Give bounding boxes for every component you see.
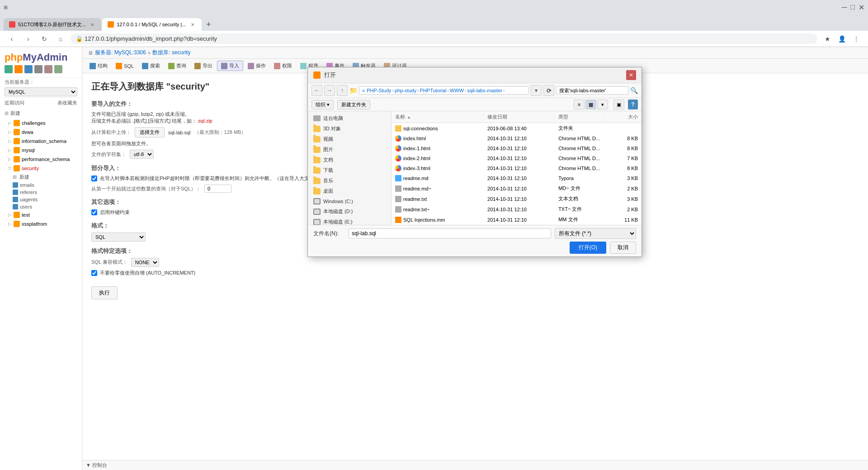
toolbar-operate[interactable]: 操作 bbox=[244, 61, 269, 71]
menu-btn[interactable]: ⋮ bbox=[850, 33, 863, 45]
dialog-up-btn[interactable]: ↑ bbox=[337, 85, 348, 96]
breadcrumb-server[interactable]: 服务器: MySQL:3306 bbox=[95, 49, 146, 57]
breadcrumb-database[interactable]: 数据库: security bbox=[152, 49, 190, 57]
left-downloads[interactable]: 下载 bbox=[308, 165, 391, 176]
dialog-search-input[interactable] bbox=[556, 86, 628, 95]
db-xssplatfrom[interactable]: ▷ xssplatfrom bbox=[0, 219, 82, 228]
col-size-header[interactable]: 大小 bbox=[605, 112, 642, 122]
forward-btn[interactable]: › bbox=[22, 33, 34, 45]
table-uagents[interactable]: uagents bbox=[0, 196, 82, 203]
file-row-readme-md[interactable]: readme.md 2014-10-31 12:10 Typora 3 KB bbox=[392, 173, 642, 183]
file-row-index3-html[interactable]: index-3.html 2014-10-31 12:10 Chrome HTM… bbox=[392, 163, 642, 173]
info-icon[interactable] bbox=[24, 65, 33, 73]
query-skip-input[interactable] bbox=[204, 185, 231, 193]
file-row-readme-txt-tilde[interactable]: readme.txt~ 2014-10-31 12:10 TXT~ 文件 2 K… bbox=[392, 204, 642, 214]
dialog-close-btn[interactable]: ✕ bbox=[626, 70, 636, 80]
new-folder-btn[interactable]: 新建文件夹 bbox=[337, 100, 370, 109]
dialog-search-icon[interactable]: 🔍 bbox=[630, 87, 638, 94]
auto-increment-checkbox[interactable] bbox=[91, 270, 97, 276]
bookmark-btn[interactable]: ★ bbox=[821, 33, 834, 45]
view-list-btn[interactable]: ≡ bbox=[574, 100, 585, 109]
left-pictures[interactable]: 图片 bbox=[308, 144, 391, 155]
table-users[interactable]: users bbox=[0, 203, 82, 210]
db-test[interactable]: ▷ test bbox=[0, 210, 82, 219]
left-windows-c[interactable]: Windows (C:) bbox=[308, 196, 391, 206]
file-row-sql-connections[interactable]: sql-connections 2019-06-08 13:40 文件夹 bbox=[392, 123, 642, 133]
dialog-back-btn[interactable]: ← bbox=[311, 85, 322, 96]
left-drive-d[interactable]: 本地磁盘 (D:) bbox=[308, 206, 391, 217]
cancel-btn[interactable]: 取消 bbox=[610, 242, 636, 254]
db-security[interactable]: ▽ security bbox=[0, 164, 82, 173]
fav-link[interactable]: 表收藏夹 bbox=[57, 100, 77, 106]
tab1-close[interactable]: ✕ bbox=[89, 21, 96, 28]
server-select[interactable]: MySQL bbox=[5, 87, 77, 96]
home-icon[interactable] bbox=[5, 65, 13, 73]
dialog-refresh-btn[interactable]: ⟳ bbox=[543, 85, 554, 96]
home-btn[interactable]: ⌂ bbox=[54, 33, 67, 45]
file-row-index-html[interactable]: index.html 2014-10-31 12:10 Chrome HTML … bbox=[392, 133, 642, 143]
left-documents[interactable]: 文档 bbox=[308, 155, 391, 165]
filetype-select[interactable]: 所有文件 (*.*) bbox=[555, 228, 636, 239]
profile-btn[interactable]: 👤 bbox=[835, 33, 848, 45]
db-performance-schema[interactable]: ▷ performance_schema bbox=[0, 155, 82, 164]
new-database-btn[interactable]: ⊞ 新建 bbox=[0, 108, 82, 119]
help-icon[interactable] bbox=[44, 65, 52, 73]
timeout-checkbox[interactable] bbox=[91, 176, 97, 181]
refresh-btn[interactable]: ↻ bbox=[38, 33, 51, 45]
tab2-close[interactable]: ✕ bbox=[189, 21, 196, 28]
table-new[interactable]: ⊞ 新建 bbox=[0, 173, 82, 181]
col-type-header[interactable]: 类型 bbox=[555, 112, 604, 122]
table-referers[interactable]: referers bbox=[0, 189, 82, 196]
back-btn[interactable]: ‹ bbox=[5, 33, 18, 45]
toolbar-structure[interactable]: 结构 bbox=[86, 61, 111, 71]
toolbar-search[interactable]: 搜索 bbox=[138, 61, 164, 71]
col-name-header[interactable]: 名称 ▲ bbox=[392, 112, 484, 122]
star-icon[interactable] bbox=[14, 65, 23, 73]
open-btn[interactable]: 打开(O) bbox=[570, 242, 606, 254]
filename-input[interactable] bbox=[349, 228, 551, 238]
sql-mode-select[interactable]: NONE bbox=[131, 258, 159, 267]
left-3d[interactable]: 3D 对象 bbox=[308, 123, 391, 134]
url-input[interactable]: 🔒 127.0.0.1/phpmyadmin/db_import.php?db=… bbox=[71, 33, 817, 44]
console-toggle[interactable]: ▼ 控制台 bbox=[86, 462, 107, 469]
tab-2[interactable]: 127.0.0.1 / MySQL / security |... ✕ bbox=[102, 18, 201, 31]
file-row-readme-txt[interactable]: readme.txt 2014-10-31 12:10 文本文档 3 KB bbox=[392, 194, 642, 204]
col-date-header[interactable]: 修改日期 bbox=[484, 112, 555, 122]
left-this-pc[interactable]: 这台电脑 bbox=[308, 113, 391, 123]
minimize-btn[interactable]: ─ bbox=[842, 3, 847, 12]
file-row-index2-html[interactable]: index-2.html 2014-10-31 12:10 Chrome HTM… bbox=[392, 153, 642, 163]
left-music[interactable]: 音乐 bbox=[308, 176, 391, 186]
dialog-dropdown-btn[interactable]: ▾ bbox=[531, 85, 542, 96]
choose-file-btn[interactable]: 选择文件 bbox=[135, 127, 165, 138]
dialog-forward-btn[interactable]: → bbox=[324, 85, 335, 96]
db-mysql[interactable]: ▷ mysql bbox=[0, 146, 82, 155]
left-drive-e[interactable]: 本地磁盘 (E:) bbox=[308, 217, 391, 225]
toolbar-sql[interactable]: SQL bbox=[112, 61, 137, 71]
toolbar-privileges[interactable]: 权限 bbox=[270, 61, 296, 71]
file-row-sql-injections-mm[interactable]: SQL Injections.mm 2014-10-31 12:10 MM 文件… bbox=[392, 214, 642, 225]
db-challenges[interactable]: ▷ challenges bbox=[0, 119, 82, 128]
db-dvwa[interactable]: ▷ dvwa bbox=[0, 128, 82, 137]
view-details-btn[interactable]: ▦ bbox=[585, 100, 596, 109]
maximize-btn[interactable]: □ bbox=[850, 3, 855, 12]
db-information-schema[interactable]: ▷ information_schema bbox=[0, 137, 82, 146]
format-select[interactable]: SQL bbox=[91, 233, 146, 242]
left-desktop[interactable]: 桌面 bbox=[308, 186, 391, 196]
fk-checkbox[interactable] bbox=[91, 209, 97, 215]
charset-select[interactable]: utf-8 bbox=[130, 150, 154, 159]
toolbar-import[interactable]: 导入 bbox=[217, 61, 243, 71]
file-row-readme-md-tilde[interactable]: readme.md~ 2014-10-31 12:10 MD~ 文件 2 KB bbox=[392, 183, 642, 194]
preview-btn[interactable]: ▣ bbox=[613, 100, 624, 109]
tab-1[interactable]: 51CTO博客2.0-原创IT技术文... ✕ bbox=[4, 18, 101, 31]
file-row-index1-html[interactable]: index-1.html 2014-10-31 12:10 Chrome HTM… bbox=[392, 143, 642, 153]
organize-btn[interactable]: 组织 ▾ bbox=[311, 100, 334, 109]
settings-icon[interactable] bbox=[34, 65, 42, 73]
left-video[interactable]: 视频 bbox=[308, 134, 391, 144]
view-dropdown-btn[interactable]: ▾ bbox=[597, 100, 608, 109]
sync-icon[interactable] bbox=[54, 65, 62, 73]
dialog-help-btn[interactable]: ? bbox=[628, 100, 638, 109]
table-emails[interactable]: emails bbox=[0, 181, 82, 189]
new-tab-btn[interactable]: + bbox=[203, 18, 215, 31]
close-btn[interactable]: ✕ bbox=[859, 3, 864, 12]
toolbar-query[interactable]: 查询 bbox=[165, 61, 190, 71]
